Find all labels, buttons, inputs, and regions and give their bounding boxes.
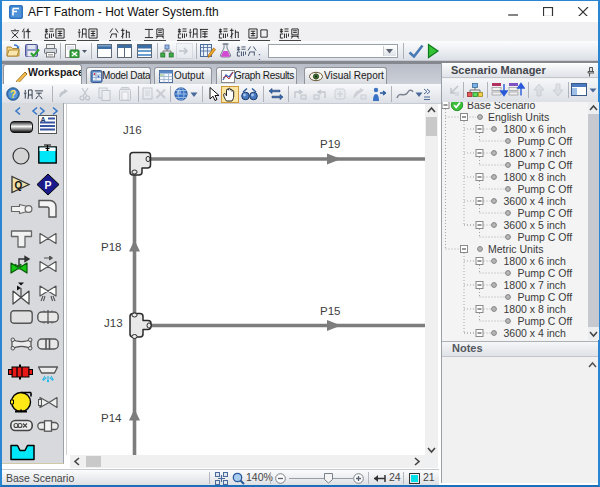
svg-text:Pump C Off: Pump C Off — [518, 267, 573, 279]
svg-text:J16: J16 — [123, 124, 142, 136]
svg-text:Q: Q — [15, 180, 23, 191]
svg-text:Base Scenario: Base Scenario — [467, 102, 535, 111]
svg-text:1800 x 6 inch: 1800 x 6 inch — [504, 123, 567, 135]
svg-text:Pump C Off: Pump C Off — [518, 231, 573, 243]
svg-text:3600 x 4 inch: 3600 x 4 inch — [504, 195, 567, 207]
svg-text:English Units: English Units — [488, 111, 549, 123]
svg-text:1800 x 8 inch: 1800 x 8 inch — [504, 171, 567, 183]
svg-text:Pump C Off: Pump C Off — [518, 315, 573, 327]
svg-text:1800 x 7 inch: 1800 x 7 inch — [504, 279, 567, 291]
svg-text:Pump C Off: Pump C Off — [518, 183, 573, 195]
svg-text:3600 x 5 inch: 3600 x 5 inch — [504, 219, 567, 231]
svg-text:Pump C Off: Pump C Off — [518, 291, 573, 303]
svg-text:1800 x 6 inch: 1800 x 6 inch — [504, 255, 567, 267]
svg-text:Pump C Off: Pump C Off — [518, 159, 573, 171]
svg-text:?: ? — [10, 89, 16, 100]
svg-text:3600 x 4 inch: 3600 x 4 inch — [504, 327, 567, 339]
svg-text:1800 x 7 inch: 1800 x 7 inch — [504, 147, 567, 159]
svg-text:Pump C Off: Pump C Off — [518, 135, 573, 147]
svg-text:P14: P14 — [101, 412, 122, 424]
svg-text:P: P — [44, 179, 51, 191]
svg-text:Metric Units: Metric Units — [488, 243, 543, 255]
svg-text:P15: P15 — [320, 305, 340, 317]
svg-text:1800 x 8 inch: 1800 x 8 inch — [504, 303, 567, 315]
svg-text:P19: P19 — [320, 138, 340, 150]
svg-text:J13: J13 — [104, 317, 123, 329]
svg-text:P18: P18 — [101, 241, 121, 253]
svg-text:Pump C Off: Pump C Off — [518, 207, 573, 219]
